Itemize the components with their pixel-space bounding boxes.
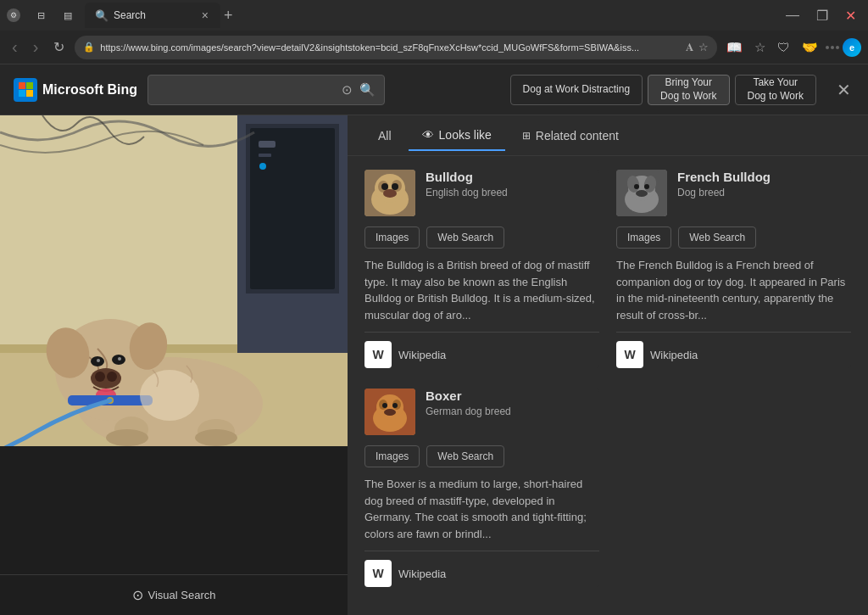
visual-search-label: Visual Search	[148, 589, 216, 601]
browser-traffic-buttons: ⚙ ⊟ ▤	[7, 8, 75, 22]
boxer-wiki-icon: W	[364, 560, 392, 587]
close-panel-button[interactable]: ✕	[833, 76, 854, 103]
svg-point-44	[392, 403, 398, 408]
maximize-button[interactable]: ❐	[811, 6, 833, 25]
back-button[interactable]: ‹	[7, 34, 23, 60]
french-websearch-chip[interactable]: Web Search	[678, 226, 756, 249]
french-images-chip[interactable]: Images	[616, 226, 671, 249]
svg-point-45	[384, 409, 396, 416]
boxer-thumbnail[interactable]	[364, 389, 415, 435]
minimize-button[interactable]: —	[781, 6, 804, 25]
toolbar-favorites-icon[interactable]: ☆	[750, 36, 770, 59]
edge-profile-icon[interactable]: e	[843, 38, 861, 57]
toolbar-icons: 📖 ☆ 🛡 🤝 e	[722, 36, 861, 59]
svg-point-53	[634, 184, 639, 189]
french-thumb-image	[616, 170, 667, 216]
related-content-icon: ⊞	[522, 130, 531, 142]
window-close-button[interactable]: ✕	[840, 6, 861, 25]
boxer-card-header: Boxer German dog breed	[364, 389, 599, 435]
svg-point-35	[383, 189, 397, 198]
main-image	[0, 115, 348, 574]
bing-logo-text: Microsoft Bing	[42, 82, 137, 98]
tabs-bar: All 👁 Looks like ⊞ Related content	[348, 115, 868, 156]
browser-tab-list-icon[interactable]: ⊟	[34, 8, 47, 22]
bing-search-box[interactable]: ⊙ 🔍	[147, 75, 385, 105]
french-bulldog-card-header: French Bulldog Dog breed	[616, 170, 851, 216]
svg-point-14	[118, 357, 121, 361]
tab-looks-like[interactable]: 👁 Looks like	[409, 120, 505, 151]
tab-close-button[interactable]: ×	[200, 7, 210, 24]
boxer-wikipedia-link[interactable]: W Wikipedia	[364, 560, 599, 587]
boxer-chips: Images Web Search	[364, 445, 599, 467]
favorites-star-icon[interactable]: ☆	[698, 41, 709, 53]
svg-point-26	[195, 429, 237, 446]
toolbar-copilot-icon[interactable]: 🤝	[798, 36, 822, 59]
bing-search-input[interactable]	[157, 83, 335, 97]
results-left-column: Bulldog English dog breed Images Web Sea…	[364, 170, 599, 587]
search-submit-icon[interactable]: 🔍	[359, 82, 376, 98]
tab-label: Search	[114, 9, 146, 21]
svg-rect-5	[250, 128, 335, 289]
svg-point-55	[636, 190, 648, 197]
toolbar-collections-icon[interactable]: 📖	[722, 36, 747, 59]
svg-point-43	[382, 403, 387, 408]
svg-point-25	[106, 429, 148, 446]
dog-image	[0, 115, 348, 446]
boxer-divider	[364, 551, 599, 551]
bulldog-subtitle: English dog breed	[426, 187, 599, 198]
all-results: Bulldog English dog breed Images Web Sea…	[348, 156, 868, 601]
french-bulldog-divider	[616, 332, 851, 333]
bing-logo: Microsoft Bing	[14, 78, 137, 102]
read-aloud-icon[interactable]: 𝐀	[686, 41, 693, 54]
svg-point-12	[97, 359, 100, 362]
page-content: Microsoft Bing ⊙ 🔍 Dog at Work Distracti…	[0, 64, 868, 615]
bulldog-card: Bulldog English dog breed Images Web Sea…	[364, 170, 599, 368]
french-wiki-label: Wikipedia	[650, 349, 698, 361]
tab-related-content[interactable]: ⊞ Related content	[509, 120, 632, 151]
bulldog-wiki-icon: W	[364, 341, 392, 368]
french-bulldog-wikipedia-link[interactable]: W Wikipedia	[616, 341, 851, 368]
svg-point-8	[259, 163, 266, 170]
boxer-websearch-chip[interactable]: Web Search	[426, 445, 504, 467]
bulldog-wiki-label: Wikipedia	[398, 349, 446, 361]
toolbar-browser-essentials[interactable]: 🛡	[773, 36, 794, 58]
boxer-wiki-label: Wikipedia	[398, 567, 446, 580]
tab-all[interactable]: All	[364, 120, 405, 151]
boxer-description: The Boxer is a medium to large, short-ha…	[364, 476, 599, 542]
new-tab-button[interactable]: +	[220, 3, 236, 28]
french-bulldog-description: The French Bulldog is a French breed of …	[616, 257, 851, 323]
camera-search-icon[interactable]: ⊙	[342, 82, 353, 98]
svg-point-16	[95, 372, 105, 382]
french-bulldog-thumbnail[interactable]	[616, 170, 667, 216]
svg-point-54	[644, 184, 649, 189]
toolbar-more-icon[interactable]	[826, 46, 839, 49]
bulldog-thumbnail[interactable]	[364, 170, 415, 216]
active-tab[interactable]: 🔍 Search ×	[85, 3, 220, 28]
french-bulldog-card: French Bulldog Dog breed Images Web Sear…	[616, 170, 851, 368]
bulldog-images-chip[interactable]: Images	[364, 226, 420, 249]
bulldog-websearch-chip[interactable]: Web Search	[426, 226, 504, 249]
bulldog-card-header: Bulldog English dog breed	[364, 170, 599, 216]
bulldog-thumb-image	[364, 170, 415, 216]
chip-bring-dog[interactable]: Bring YourDog to Work	[648, 75, 729, 105]
looks-like-icon: 👁	[422, 128, 434, 142]
visual-search-footer[interactable]: ⊙ Visual Search	[0, 574, 348, 615]
boxer-images-chip[interactable]: Images	[364, 445, 420, 467]
bulldog-wikipedia-link[interactable]: W Wikipedia	[364, 341, 599, 368]
bulldog-description: The Bulldog is a British breed of dog of…	[364, 257, 599, 323]
bulldog-chips: Images Web Search	[364, 226, 599, 249]
main-area: ⊙ Visual Search All 👁 Looks like ⊞ Relat…	[0, 115, 868, 615]
boxer-title: Boxer	[426, 389, 599, 403]
browser-vertical-tabs-icon[interactable]: ▤	[61, 8, 75, 22]
french-wiki-icon: W	[616, 341, 643, 368]
refresh-button[interactable]: ↻	[48, 36, 70, 59]
boxer-card: Boxer German dog breed Images Web Search…	[364, 389, 599, 587]
chip-dog-distracting[interactable]: Dog at Work Distracting	[510, 75, 643, 105]
window-controls: — ❐ ✕	[781, 6, 861, 25]
chip-take-dog[interactable]: Take YourDog to Work	[735, 75, 816, 105]
bing-logo-icon	[14, 78, 37, 102]
address-input[interactable]: 🔒 https://www.bing.com/images/search?vie…	[75, 36, 717, 59]
address-url: https://www.bing.com/images/search?view=…	[100, 42, 681, 53]
browser-profile-icon[interactable]: ⚙	[7, 8, 20, 22]
forward-button[interactable]: ›	[28, 34, 44, 60]
